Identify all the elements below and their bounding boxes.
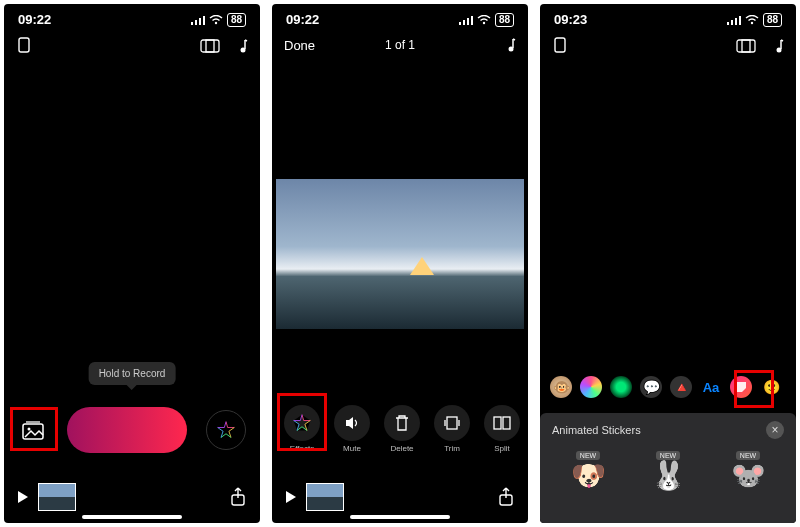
svg-rect-12	[459, 22, 461, 25]
svg-rect-25	[731, 20, 733, 25]
edit-label: Trim	[444, 444, 460, 453]
music-note-icon[interactable]	[236, 38, 248, 54]
status-right: 88	[727, 13, 782, 27]
svg-rect-29	[555, 38, 565, 52]
svg-point-32	[777, 48, 782, 53]
sticker-dog[interactable]: NEW 🐶	[571, 451, 606, 490]
fx-text-bubble[interactable]: 💬	[640, 376, 662, 398]
share-button[interactable]	[498, 487, 514, 507]
sticker-art: 🐰	[651, 462, 686, 490]
sticker-art: 🐭	[731, 462, 766, 490]
signal-icon	[727, 15, 741, 25]
battery-indicator: 88	[495, 13, 514, 27]
status-bar: 09:22 88	[4, 4, 260, 27]
effects-star-button[interactable]	[206, 410, 246, 450]
sticker-art: 🐶	[571, 462, 606, 490]
new-badge: NEW	[656, 451, 680, 460]
app-top-bar	[540, 27, 796, 65]
fx-memoji[interactable]: 🐵	[550, 376, 572, 398]
app-top-bar: Done 1 of 1	[272, 27, 528, 63]
wifi-icon	[477, 15, 491, 25]
edit-trim[interactable]: Trim	[430, 405, 474, 453]
svg-rect-20	[503, 417, 510, 429]
svg-rect-1	[195, 20, 197, 25]
record-button[interactable]	[67, 407, 187, 453]
fx-filters[interactable]	[580, 376, 602, 398]
timeline-thumb[interactable]	[38, 483, 76, 511]
wifi-icon	[209, 15, 223, 25]
screen-stickers: 09:23 88 🐵 💬 🔺 Aa	[540, 4, 796, 523]
status-bar: 09:22 88	[272, 4, 528, 27]
svg-rect-14	[467, 18, 469, 25]
status-right: 88	[191, 13, 246, 27]
app-top-bar	[4, 27, 260, 65]
edit-mute[interactable]: Mute	[330, 405, 374, 453]
new-badge: NEW	[576, 451, 600, 460]
signal-icon	[191, 15, 205, 25]
status-time: 09:23	[554, 12, 587, 27]
svg-rect-19	[494, 417, 501, 429]
share-button[interactable]	[230, 487, 246, 507]
edit-split[interactable]: Split	[480, 405, 524, 453]
svg-point-16	[483, 21, 485, 23]
aspect-ratio-icon[interactable]	[200, 38, 220, 54]
svg-rect-18	[447, 417, 457, 429]
home-indicator[interactable]	[82, 515, 182, 519]
battery-indicator: 88	[227, 13, 246, 27]
close-button[interactable]: ×	[766, 421, 784, 439]
music-note-icon[interactable]	[772, 38, 784, 54]
highlight-library	[10, 407, 58, 451]
screen-record: 09:22 88	[4, 4, 260, 523]
svg-rect-15	[471, 16, 473, 25]
svg-point-8	[241, 48, 246, 53]
highlight-effects	[277, 393, 327, 451]
sticker-bunny-ears[interactable]: NEW 🐰	[651, 451, 686, 490]
trim-icon	[434, 405, 470, 441]
play-button[interactable]	[18, 491, 28, 503]
svg-rect-27	[739, 16, 741, 25]
status-time: 09:22	[18, 12, 51, 27]
svg-rect-13	[463, 20, 465, 25]
edit-label: Split	[494, 444, 510, 453]
record-tooltip: Hold to Record	[89, 362, 176, 385]
status-time: 09:22	[286, 12, 319, 27]
svg-rect-0	[191, 22, 193, 25]
project-icon[interactable]	[552, 37, 568, 55]
trash-icon	[384, 405, 420, 441]
highlight-stickers	[734, 370, 774, 408]
status-right: 88	[459, 13, 514, 27]
edit-delete[interactable]: Delete	[380, 405, 424, 453]
svg-point-28	[751, 21, 753, 23]
svg-rect-26	[735, 18, 737, 25]
play-button[interactable]	[286, 491, 296, 503]
svg-rect-7	[206, 40, 214, 52]
fx-text[interactable]: Aa	[700, 376, 722, 398]
aspect-ratio-icon[interactable]	[736, 38, 756, 54]
new-badge: NEW	[736, 451, 760, 460]
svg-rect-24	[727, 22, 729, 25]
done-button[interactable]: Done	[284, 38, 315, 53]
svg-rect-3	[203, 16, 205, 25]
edit-label: Delete	[390, 444, 413, 453]
svg-rect-30	[737, 40, 755, 52]
panel-title: Animated Stickers	[552, 424, 641, 436]
timeline-thumb[interactable]	[306, 483, 344, 511]
status-bar: 09:23 88	[540, 4, 796, 27]
svg-point-4	[215, 21, 217, 23]
project-icon[interactable]	[16, 37, 32, 55]
stickers-panel: Animated Stickers × NEW 🐶 NEW 🐰 NEW 🐭	[540, 413, 796, 523]
fx-shapes[interactable]: 🔺	[670, 376, 692, 398]
video-preview[interactable]	[276, 179, 524, 329]
svg-rect-5	[19, 38, 29, 52]
svg-rect-6	[201, 40, 219, 52]
wifi-icon	[745, 15, 759, 25]
speaker-icon	[334, 405, 370, 441]
fx-live[interactable]	[610, 376, 632, 398]
screen-edit: 09:22 88 Done 1 of 1 Effects M	[272, 4, 528, 523]
svg-point-17	[509, 47, 514, 52]
svg-rect-31	[742, 40, 750, 52]
split-icon	[484, 405, 520, 441]
music-note-icon[interactable]	[504, 37, 516, 53]
sticker-mouse[interactable]: NEW 🐭	[731, 451, 766, 490]
home-indicator[interactable]	[350, 515, 450, 519]
